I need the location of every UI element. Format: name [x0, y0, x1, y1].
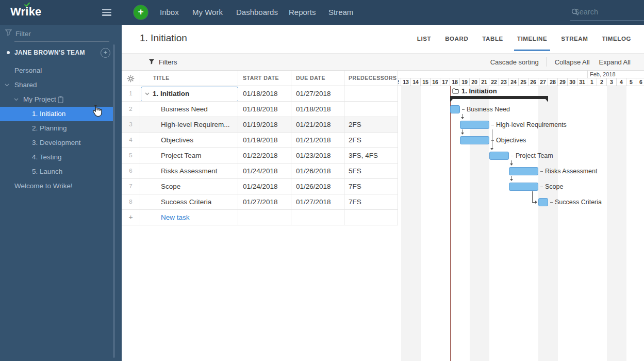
topnav-inbox[interactable]: Inbox [160, 0, 179, 25]
timeline-day-label[interactable]: 21 [480, 78, 489, 86]
timeline-day-label[interactable]: 3 [607, 78, 617, 86]
sidebar-item-welcome[interactable]: Welcome to Wrike! [0, 179, 113, 193]
gantt-bar-objectives[interactable] [460, 136, 489, 144]
title-cell[interactable]: High-level Requirem... [140, 117, 238, 133]
cascade-sorting-button[interactable]: Cascade sorting [490, 58, 539, 66]
topnav-my-work[interactable]: My Work [192, 0, 223, 25]
start-date-cell[interactable]: 01/22/2018 [238, 148, 291, 163]
task-title[interactable]: Success Criteria [140, 194, 238, 209]
timeline-day-label[interactable]: 23 [499, 78, 509, 86]
sidebar-item-2-planning[interactable]: 2. Planning [0, 121, 113, 136]
collapse-all-button[interactable]: Collapse All [555, 58, 590, 66]
column-header-start-date[interactable]: START DATE [238, 71, 291, 86]
start-date-cell[interactable]: 01/19/2018 [238, 133, 291, 148]
tab-table[interactable]: TABLE [482, 25, 503, 53]
timeline-day-label[interactable]: 5 [626, 78, 636, 86]
timeline-day-label[interactable]: 25 [519, 78, 529, 86]
start-date-cell[interactable]: 01/19/2018 [238, 117, 291, 133]
sidebar-item-3-development[interactable]: 3. Development [0, 136, 113, 150]
sidebar-filter-box[interactable] [14, 26, 109, 42]
title-cell[interactable]: Objectives [140, 133, 238, 148]
sidebar-item-5-launch[interactable]: 5. Launch [0, 165, 113, 179]
table-row[interactable]: 4Objectives01/19/201801/21/20182FS [122, 133, 398, 148]
predecessors-cell[interactable] [344, 102, 398, 117]
new-task-cell[interactable]: New task [140, 210, 238, 225]
title-cell[interactable]: Risks Assessment [140, 163, 238, 179]
timeline-day-label[interactable]: 26 [529, 78, 538, 86]
timeline-day-label[interactable]: 28 [548, 78, 558, 86]
chevron-down-icon[interactable] [5, 84, 9, 87]
gantt-bar-success-criteria[interactable] [538, 198, 548, 206]
title-cell[interactable]: 1. Initiation [140, 86, 238, 102]
timeline-day-label[interactable]: 31 [577, 78, 587, 86]
title-cell[interactable]: Success Criteria [140, 194, 238, 210]
start-date-cell[interactable]: 01/18/2018 [238, 102, 291, 117]
gantt-summary-label[interactable]: 1. Initiation [452, 87, 497, 95]
team-add-button[interactable]: + [101, 48, 110, 58]
topnav-stream[interactable]: Stream [328, 0, 353, 25]
timeline-day-label[interactable]: 24 [509, 78, 519, 86]
table-row[interactable]: 7Scope01/24/201801/26/20187FS [122, 179, 398, 194]
topnav-dashboards[interactable]: Dashboards [236, 0, 278, 25]
tab-board[interactable]: BOARD [445, 25, 468, 53]
sidebar-item-1-initiation[interactable]: 1. Initiation [0, 107, 113, 121]
task-title[interactable]: Objectives [140, 133, 238, 147]
timeline-day-label[interactable]: 20 [470, 78, 480, 86]
predecessors-cell[interactable] [344, 86, 398, 102]
timeline-day-label[interactable]: 1 [587, 78, 597, 86]
due-date-cell[interactable]: 01/27/2018 [291, 86, 344, 102]
start-date-cell[interactable]: 01/27/2018 [238, 194, 291, 210]
table-row[interactable]: 6Risks Assessment01/24/201801/26/20185FS [122, 163, 398, 179]
sidebar-team-row[interactable]: JANE BROWN'S TEAM + [0, 45, 122, 60]
start-date-cell[interactable]: 01/18/2018 [238, 86, 291, 102]
column-header-due-date[interactable]: DUE DATE [291, 71, 344, 86]
timeline-day-label[interactable]: 2 [597, 78, 607, 86]
title-cell[interactable]: Project Team [140, 148, 238, 163]
table-row[interactable]: 2Business Need01/18/201801/18/2018 [122, 102, 398, 117]
task-title[interactable]: Project Team [140, 148, 238, 163]
timeline-day-label[interactable]: 27 [538, 78, 548, 86]
gantt-bar-scope[interactable] [509, 183, 538, 191]
predecessors-cell[interactable]: 2FS [344, 117, 398, 133]
predecessors-cell[interactable]: 3FS, 4FS [344, 148, 398, 163]
timeline-day-label[interactable]: 13 [401, 78, 411, 86]
due-date-cell[interactable]: 01/18/2018 [291, 102, 344, 117]
task-title[interactable]: Risks Assessment [140, 163, 238, 178]
predecessors-cell[interactable]: 7FS [344, 194, 398, 210]
gear-icon[interactable] [127, 75, 135, 83]
column-header-predecessors[interactable]: PREDECESSORS [344, 71, 398, 86]
task-title[interactable]: 1. Initiation [140, 86, 238, 101]
gantt-bar-high-level-requirements[interactable] [460, 121, 489, 129]
timeline-day-label[interactable]: 19 [460, 78, 470, 86]
sidebar-item-4-testing[interactable]: 4. Testing [0, 150, 113, 165]
timeline-day-label[interactable]: 15 [421, 78, 431, 86]
settings-column-header[interactable] [122, 71, 140, 86]
table-row[interactable]: 3High-level Requirem...01/19/201801/21/2… [122, 117, 398, 133]
due-date-cell[interactable]: 01/26/2018 [291, 163, 344, 179]
task-title[interactable]: High-level Requirem... [140, 117, 238, 132]
due-date-cell[interactable]: 01/26/2018 [291, 179, 344, 194]
sidebar-item-personal[interactable]: Personal [0, 63, 113, 78]
expand-all-button[interactable]: Expand All [599, 58, 631, 66]
table-row[interactable]: 11. Initiation01/18/201801/27/2018 [122, 86, 398, 102]
add-button[interactable]: + [134, 5, 148, 20]
timeline-day-label[interactable]: 17 [440, 78, 450, 86]
start-date-cell[interactable]: 01/24/2018 [238, 179, 291, 194]
predecessors-cell[interactable]: 2FS [344, 133, 398, 148]
predecessors-cell[interactable]: 5FS [344, 163, 398, 179]
timeline-day-label[interactable]: 30 [568, 78, 577, 86]
add-task-plus-icon[interactable]: + [122, 210, 140, 225]
column-header-title[interactable]: TITLE [140, 71, 238, 86]
predecessors-cell[interactable]: 7FS [344, 179, 398, 194]
task-title[interactable]: Scope [140, 179, 238, 194]
timeline-day-label[interactable]: 22 [489, 78, 499, 86]
timeline-day-label[interactable]: 4 [617, 78, 626, 86]
title-cell[interactable]: Scope [140, 179, 238, 194]
title-cell[interactable]: Business Need [140, 102, 238, 117]
due-date-cell[interactable]: 01/27/2018 [291, 194, 344, 210]
timeline-day-label[interactable]: 16 [431, 78, 440, 86]
timeline-day-label[interactable]: 18 [450, 78, 460, 86]
tab-timeline[interactable]: TIMELINE [517, 25, 547, 53]
tab-list[interactable]: LIST [417, 25, 431, 53]
sidebar-filter-input[interactable] [14, 29, 104, 38]
